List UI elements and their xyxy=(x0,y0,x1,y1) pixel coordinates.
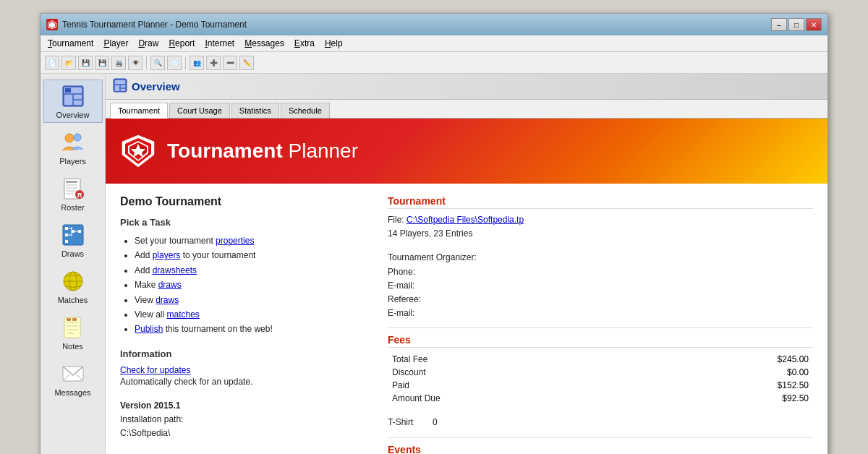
banner-text: Tournament Planner xyxy=(167,140,358,163)
svg-point-9 xyxy=(65,134,74,142)
info-heading: Information xyxy=(120,348,366,359)
file-link[interactable]: C:\Softpedia Files\Softpedia.tp xyxy=(407,215,524,225)
sidebar-label-matches: Matches xyxy=(58,296,88,304)
sidebar-label-overview: Overview xyxy=(56,111,90,119)
phone-label: Phone: xyxy=(388,265,813,279)
tournament-file: File: C:\Softpedia Files\Softpedia.tp xyxy=(388,213,813,227)
sidebar: Overview Players xyxy=(41,74,106,454)
link-matches[interactable]: matches xyxy=(166,309,199,320)
toolbar-separator-2 xyxy=(185,56,186,69)
install-label: Installation path: xyxy=(120,413,366,427)
task-item-6: View all matches xyxy=(135,307,366,322)
events-block: Events MS - 3, MD - 3 Edit Events... xyxy=(388,444,813,455)
menu-tournament[interactable]: Tournament xyxy=(43,37,98,50)
svg-rect-15 xyxy=(66,190,77,192)
right-panel: Tournament File: C:\Softpedia Files\Soft… xyxy=(388,195,813,454)
toolbar-print[interactable]: 🖨️ xyxy=(111,56,126,70)
svg-rect-13 xyxy=(66,184,77,186)
fee-value-total: $245.00 xyxy=(761,354,812,365)
menu-report[interactable]: Report xyxy=(164,37,199,50)
fees-table: Total Fee $245.00 Discount $0.00 Paid xyxy=(388,352,813,406)
menu-messages[interactable]: Messages xyxy=(240,37,289,50)
banner-title-normal: Planner xyxy=(283,140,358,162)
sidebar-item-draws[interactable]: Draws xyxy=(43,218,103,262)
messages-icon xyxy=(60,361,86,387)
link-players[interactable]: players xyxy=(153,250,181,260)
close-button[interactable]: ✕ xyxy=(806,18,822,31)
sidebar-item-notes[interactable]: Notes xyxy=(43,311,103,354)
toolbar-edit[interactable]: ✏️ xyxy=(239,56,254,70)
minimize-button[interactable]: – xyxy=(771,18,787,31)
referee-label: Referee: xyxy=(388,293,813,307)
app-window: Tennis Tournament Planner - Demo Tournam… xyxy=(40,13,828,454)
tab-tournament[interactable]: Tournament xyxy=(110,103,168,119)
toolbar-save[interactable]: 💾 xyxy=(78,56,93,70)
fees-block: Fees Total Fee $245.00 Discount xyxy=(388,334,813,429)
toolbar-players[interactable]: 👥 xyxy=(190,56,204,70)
overview-icon xyxy=(60,83,86,109)
toolbar-separator-1 xyxy=(146,56,147,69)
update-text: Automatically check for an update. xyxy=(120,375,366,389)
task-item-7: Publish this tournament on the web! xyxy=(135,322,366,336)
menu-help[interactable]: Help xyxy=(320,37,347,50)
svg-rect-25 xyxy=(72,230,75,233)
sidebar-item-matches[interactable]: Matches xyxy=(43,265,103,308)
fee-label-due: Amount Due xyxy=(389,393,760,404)
fee-value-discount: $0.00 xyxy=(761,367,812,378)
link-properties[interactable]: properties xyxy=(216,236,254,246)
email2-label: E-mail: xyxy=(388,307,813,320)
svg-rect-43 xyxy=(115,80,125,84)
tab-court-usage[interactable]: Court Usage xyxy=(169,103,230,118)
version-text: Version 2015.1 xyxy=(120,399,366,413)
toolbar-email[interactable]: ✉️ xyxy=(167,56,182,70)
toolbar-remove[interactable]: ➖ xyxy=(223,56,237,70)
task-section: Pick a Task Set your tournament properti… xyxy=(120,217,366,337)
fee-label-total: Total Fee xyxy=(389,354,760,365)
link-draws-view[interactable]: draws xyxy=(156,295,179,305)
sidebar-label-messages: Messages xyxy=(54,388,90,397)
roster-icon: R xyxy=(60,176,86,202)
svg-rect-44 xyxy=(115,85,119,91)
menu-player[interactable]: Player xyxy=(99,37,132,50)
tab-statistics[interactable]: Statistics xyxy=(231,103,279,118)
tab-schedule[interactable]: Schedule xyxy=(281,103,330,118)
tshirt-value: 0 xyxy=(433,417,438,427)
sidebar-item-messages[interactable]: Messages xyxy=(43,357,103,401)
toolbar-open[interactable]: 📂 xyxy=(61,56,76,70)
toolbar-preview[interactable]: 👁️ xyxy=(128,56,142,70)
draws-icon xyxy=(60,222,86,248)
svg-rect-20 xyxy=(65,227,68,230)
menu-extra[interactable]: Extra xyxy=(290,37,319,50)
maximize-button[interactable]: □ xyxy=(788,18,804,31)
link-publish[interactable]: Publish xyxy=(135,324,163,334)
divider-1 xyxy=(388,327,813,328)
menu-internet[interactable]: Internet xyxy=(200,37,239,50)
tournament-entries: 14 Players, 23 Entries xyxy=(388,227,813,241)
main-layout: Overview Players xyxy=(41,74,827,454)
update-link[interactable]: Check for updates xyxy=(120,365,366,375)
toolbar-saveas[interactable]: 💾 xyxy=(95,56,109,70)
left-panel: Demo Tournament Pick a Task Set your tou… xyxy=(120,195,366,454)
svg-text:R: R xyxy=(77,192,82,199)
sidebar-item-players[interactable]: Players xyxy=(43,126,103,169)
page-content: Demo Tournament Pick a Task Set your tou… xyxy=(106,184,827,454)
toolbar-search[interactable]: 🔍 xyxy=(150,56,165,70)
svg-rect-7 xyxy=(74,100,82,105)
toolbar-add[interactable]: ➕ xyxy=(206,56,221,70)
fee-row-total: Total Fee $245.00 xyxy=(389,354,812,365)
info-section: Information Check for updates Automatica… xyxy=(120,348,366,441)
svg-rect-8 xyxy=(65,88,71,93)
toolbar-new[interactable]: 📄 xyxy=(45,56,59,70)
sidebar-item-overview[interactable]: Overview xyxy=(43,80,103,123)
sidebar-label-players: Players xyxy=(59,157,86,166)
banner-title-bold: Tournament xyxy=(167,140,283,162)
link-drawsheets[interactable]: drawsheets xyxy=(153,265,197,275)
link-draws-make[interactable]: draws xyxy=(158,280,182,290)
sidebar-item-roster[interactable]: R Roster xyxy=(43,172,103,215)
svg-rect-21 xyxy=(65,234,68,236)
menu-draw[interactable]: Draw xyxy=(134,37,163,50)
notes-icon xyxy=(60,314,86,340)
svg-rect-22 xyxy=(65,240,68,243)
svg-rect-28 xyxy=(78,230,81,233)
banner: Tournament Planner xyxy=(106,119,827,184)
